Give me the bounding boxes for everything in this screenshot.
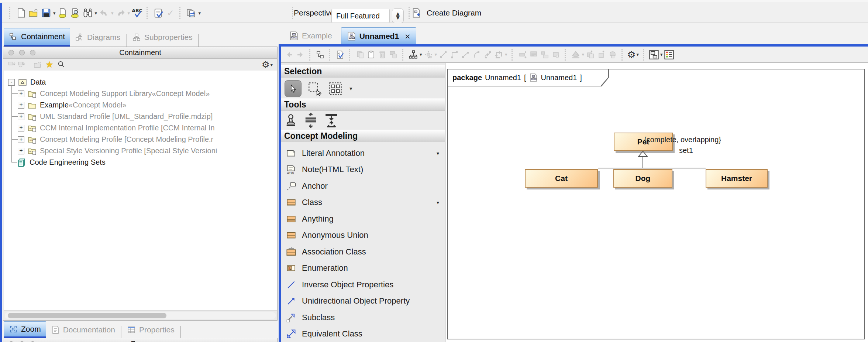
fill-color-icon[interactable]	[570, 49, 581, 60]
find-icon[interactable]	[82, 7, 94, 19]
palette-item-note-html[interactable]: HTML Note(HTML Text)	[281, 161, 445, 178]
layout-caret[interactable]: ▾	[420, 52, 422, 57]
expand-expander-icon[interactable]: +	[18, 136, 24, 143]
print-icon[interactable]	[56, 7, 69, 19]
quick-layout-icon[interactable]	[408, 49, 419, 60]
window-layout-icon[interactable]	[648, 49, 659, 60]
toolbar-drag-handle[interactable]	[643, 49, 645, 61]
tree-item-uml-standard-profile[interactable]: + UML Standard Profile [UML_Standard_Pro…	[18, 111, 213, 122]
save-dropdown-caret[interactable]: ▾	[53, 10, 56, 16]
undo-icon[interactable]	[98, 7, 110, 19]
update-dropdown-caret[interactable]: ▾	[198, 10, 201, 16]
order-icon[interactable]	[550, 49, 561, 60]
palette-item-subclass[interactable]: Subclass	[281, 309, 445, 326]
split-vertically-icon[interactable]	[304, 113, 318, 128]
line-style-curved-icon[interactable]	[471, 49, 482, 60]
delete-symbol-icon[interactable]	[377, 49, 388, 60]
line-style-custom-icon[interactable]	[482, 49, 493, 60]
create-diagram-button[interactable]: Create Diagram	[410, 3, 481, 23]
diagram-tab-unnamed1[interactable]: Unnamed1 ×	[341, 27, 416, 44]
tree-horizontal-scrollbar[interactable]	[5, 312, 276, 319]
line-style-straight-icon[interactable]	[438, 49, 449, 60]
expand-expander-icon[interactable]: +	[18, 90, 24, 97]
center-diagram-icon[interactable]	[423, 49, 434, 60]
tab-diagrams[interactable]: Diagrams	[70, 28, 125, 47]
selection-caret[interactable]: ▾	[349, 85, 352, 92]
collapse-all-icon[interactable]	[7, 58, 17, 71]
diagram-canvas[interactable]: package Unnamed1 [ Unnamed1 ] Pet Cat Do…	[445, 63, 868, 342]
toolbar-drag-handle[interactable]	[565, 49, 567, 61]
show-in-containment-icon[interactable]	[315, 49, 326, 60]
palette-item-unidirectional-object-property[interactable]: Unidirectional Object Property	[281, 293, 445, 309]
palette-section-selection[interactable]: Selection	[281, 65, 445, 78]
redo-icon[interactable]	[114, 7, 127, 19]
palette-item-inverse-object-properties[interactable]: Inverse Object Properties	[281, 276, 445, 293]
copy-icon[interactable]	[355, 49, 366, 60]
forward-icon[interactable]	[295, 49, 306, 60]
validate-icon[interactable]	[152, 7, 165, 19]
containment-tree[interactable]: - Data + Concept Modeling Support Librar…	[4, 71, 277, 311]
toolbar-drag-handle[interactable]	[329, 49, 331, 61]
generalization-set-name-label[interactable]: set1	[679, 146, 693, 155]
palette-item-literal-annotation[interactable]: Literal Annotation ▾	[281, 145, 445, 161]
palette-section-tools[interactable]: Tools	[281, 98, 445, 111]
quick-search-icon[interactable]	[56, 58, 66, 71]
tab-containment[interactable]: Containment	[4, 28, 70, 47]
diagram-frame-header[interactable]: package Unnamed1 [ Unnamed1 ]	[447, 69, 609, 86]
open-in-containment-icon[interactable]	[33, 58, 42, 71]
perspective-stepper[interactable]: ▲ ▼	[392, 8, 404, 23]
diagram-properties-gear-icon[interactable]: ⚙	[627, 49, 636, 60]
gear-caret[interactable]: ▾	[636, 52, 639, 57]
palette-item-class[interactable]: Class ▾	[281, 194, 445, 211]
class-shape-dog[interactable]: Dog	[613, 169, 672, 188]
new-document-icon[interactable]	[15, 7, 27, 19]
toolbar-drag-handle[interactable]	[179, 7, 182, 19]
tab-properties[interactable]: Properties	[122, 321, 179, 338]
generalization-bus-line[interactable]	[598, 168, 706, 168]
expand-expander-icon[interactable]: +	[18, 113, 24, 120]
favorites-star-icon[interactable]: ★	[45, 59, 54, 70]
paste-icon[interactable]	[366, 49, 377, 60]
close-tab-icon[interactable]: ×	[404, 32, 411, 41]
find-dropdown-caret[interactable]: ▾	[95, 10, 97, 16]
tree-item-code-engineering-sets[interactable]: Code Engineering Sets	[17, 157, 106, 168]
perspective-select[interactable]: Full Featured	[331, 9, 390, 23]
tree-item-special-style-versioning-profile[interactable]: + Special Style Versioning Profile [Spec…	[18, 145, 217, 157]
diagram-tab-example[interactable]: Example	[284, 27, 337, 44]
make-same-size-icon[interactable]	[528, 49, 539, 60]
undo-dropdown-caret[interactable]: ▾	[111, 10, 114, 16]
palette-item-anonymous-union[interactable]: Anonymous Union	[281, 227, 445, 243]
tree-item-example[interactable]: + Example «Concept Model»	[18, 99, 127, 111]
tab-zoom[interactable]: Zoom	[4, 321, 46, 338]
center-caret[interactable]: ▾	[435, 52, 437, 57]
window-layout-caret[interactable]: ▾	[660, 52, 663, 57]
pointer-cursor-button[interactable]	[285, 80, 302, 97]
toolbar-drag-handle[interactable]	[621, 49, 624, 61]
expand-expander-icon[interactable]: +	[18, 102, 24, 109]
print-preview-icon[interactable]	[69, 7, 82, 19]
split-horizontally-icon[interactable]	[324, 113, 338, 128]
generalization-line[interactable]	[643, 157, 643, 168]
expand-expander-icon[interactable]: +	[18, 125, 24, 131]
class-shape-hamster[interactable]: Hamster	[706, 169, 768, 188]
marquee-select-icon[interactable]	[307, 81, 322, 96]
tree-item-concept-modeling-support-library[interactable]: + Concept Modeling Support Library «Conc…	[18, 88, 210, 99]
palette-item-anchor[interactable]: Anchor	[281, 178, 445, 194]
item-dropdown-caret[interactable]: ▾	[437, 199, 439, 205]
save-icon[interactable]	[40, 7, 52, 19]
containment-titlebar[interactable]: Containment	[3, 47, 277, 59]
swap-orientation-icon[interactable]	[493, 49, 504, 60]
toolbar-drag-handle[interactable]	[9, 7, 11, 19]
expand-expander-icon[interactable]: +	[18, 148, 24, 154]
palette-item-equivalent-class[interactable]: Equivalent Class	[281, 325, 445, 342]
resize-symbol-icon[interactable]	[517, 49, 528, 60]
toolbar-drag-handle[interactable]	[512, 49, 514, 61]
open-project-icon[interactable]	[27, 7, 40, 19]
stamp-icon[interactable]	[285, 113, 297, 128]
spelling-check-icon[interactable]: ABC	[131, 7, 143, 19]
palette-section-concept-modeling[interactable]: Concept Modeling	[281, 130, 445, 142]
multi-select-icon[interactable]	[328, 81, 343, 96]
line-style-rectilinear-icon[interactable]	[449, 49, 460, 60]
align-icon[interactable]	[539, 49, 550, 60]
update-project-icon[interactable]	[185, 7, 197, 19]
